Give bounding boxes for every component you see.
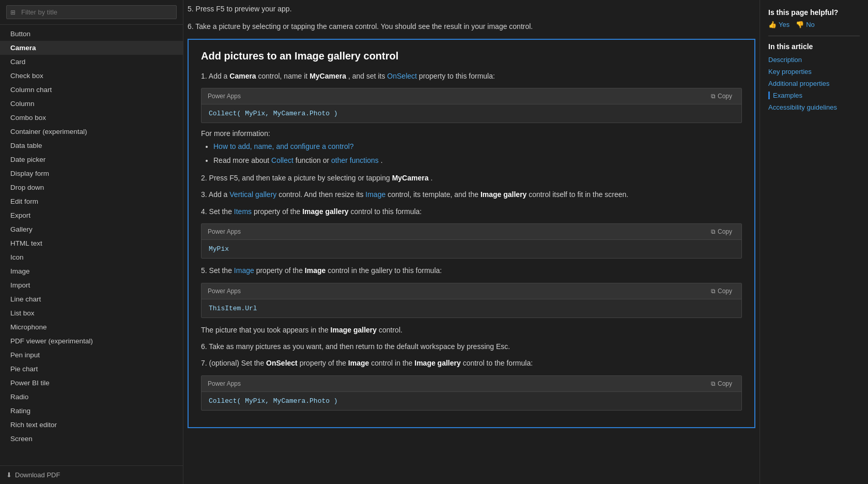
collect-link[interactable]: Collect	[271, 156, 293, 164]
sidebar-item-card[interactable]: Card	[0, 55, 183, 69]
thumbs-up-icon: 👍	[768, 21, 777, 28]
copy-button-4[interactable]: ⧉ Copy	[708, 379, 735, 388]
sidebar-item-radio[interactable]: Radio	[0, 390, 183, 404]
sidebar-item-line-chart[interactable]: Line chart	[0, 292, 183, 306]
sidebar-item-power-bi-tile[interactable]: Power BI tile	[0, 376, 183, 390]
sidebar-item-pen-input[interactable]: Pen input	[0, 348, 183, 362]
sidebar-item-html-text[interactable]: HTML text	[0, 236, 183, 250]
intro-text: 5. Press F5 to preview your app.	[188, 3, 755, 14]
code-block-3: Power Apps ⧉ Copy ThisItem.Url	[201, 283, 742, 318]
content-area: 5. Press F5 to preview your app. 6. Take…	[183, 0, 760, 484]
toc-item-additional-properties[interactable]: Additional properties	[768, 80, 860, 87]
items-link[interactable]: Items	[234, 207, 252, 216]
other-functions-link[interactable]: other functions	[331, 156, 379, 164]
image-bold-7: Image	[348, 359, 369, 367]
onselect-link[interactable]: OnSelect	[387, 72, 417, 80]
sidebar-item-screen[interactable]: Screen	[0, 432, 183, 446]
step6-top-text: 6. Take a picture by selecting or tappin…	[188, 21, 755, 32]
vertical-gallery-link[interactable]: Vertical gallery	[229, 190, 276, 199]
sidebar-item-pie-chart[interactable]: Pie chart	[0, 362, 183, 376]
step4-text: 4. Set the Items property of the Image g…	[201, 206, 742, 217]
download-pdf-button[interactable]: ⬇ Download PDF	[0, 465, 183, 484]
sidebar-item-drop-down[interactable]: Drop down	[0, 180, 183, 194]
sidebar-item-gallery[interactable]: Gallery	[0, 222, 183, 236]
copy-button-1[interactable]: ⧉ Copy	[708, 92, 735, 101]
sidebar-item-export[interactable]: Export	[0, 208, 183, 222]
sidebar-item-display-form[interactable]: Display form	[0, 167, 183, 180]
image-link-3[interactable]: Image	[365, 190, 385, 199]
sidebar-item-pdf-viewer-experimental[interactable]: PDF viewer (experimental)	[0, 334, 183, 348]
code-label-2: Power Apps	[208, 228, 241, 235]
toc-item-key-properties[interactable]: Key properties	[768, 68, 860, 75]
sidebar-item-rich-text-editor[interactable]: Rich text editor	[0, 418, 183, 432]
article-title: Add pictures to an Image gallery control	[201, 50, 742, 62]
sidebar-item-icon[interactable]: Icon	[0, 250, 183, 264]
code-content-3: ThisItem.Url	[202, 299, 741, 317]
main-content: 5. Press F5 to preview your app. 6. Take…	[183, 0, 868, 484]
filter-bar: ⊞	[0, 0, 183, 25]
sidebar-item-edit-form[interactable]: Edit form	[0, 194, 183, 208]
code-header-3: Power Apps ⧉ Copy	[202, 283, 741, 299]
mycamera-bold: MyCamera	[309, 72, 346, 80]
image-link-5[interactable]: Image	[234, 266, 254, 275]
helpful-title: Is this page helpful?	[768, 8, 860, 17]
step6b-text: 6. Take as many pictures as you want, an…	[201, 341, 742, 352]
sidebar-item-rating[interactable]: Rating	[0, 404, 183, 418]
image-gallery-bold-7: Image gallery	[414, 359, 461, 367]
sidebar-item-column-chart[interactable]: Column chart	[0, 83, 183, 97]
download-label: Download PDF	[15, 471, 60, 479]
sidebar-item-container-experimental[interactable]: Container (experimental)	[0, 125, 183, 139]
yes-button[interactable]: 👍 Yes	[768, 21, 789, 28]
for-more-text: For more information:	[201, 129, 742, 138]
copy-icon-4: ⧉	[711, 380, 716, 387]
article-section: Add pictures to an Image gallery control…	[188, 39, 755, 428]
code-block-2: Power Apps ⧉ Copy MyPix	[201, 223, 742, 259]
bullet-link-1[interactable]: How to add, name, and configure a contro…	[213, 142, 354, 150]
copy-icon-2: ⧉	[711, 228, 716, 235]
code-block-4: Power Apps ⧉ Copy Collect( MyPix, MyCame…	[201, 375, 742, 411]
divider	[768, 36, 860, 36]
sidebar-item-column[interactable]: Column	[0, 97, 183, 111]
filter-icon: ⊞	[10, 9, 16, 16]
code-label-4: Power Apps	[208, 380, 241, 387]
code-block-1: Power Apps ⧉ Copy Collect( MyPix, MyCame…	[201, 88, 742, 123]
code-label-1: Power Apps	[208, 93, 241, 100]
table-of-contents: DescriptionKey propertiesAdditional prop…	[768, 56, 860, 111]
step3-text: 3. Add a Vertical gallery control. And t…	[201, 189, 742, 200]
sidebar-item-camera[interactable]: Camera	[0, 41, 183, 55]
mycamera-bold-2: MyCamera	[392, 174, 429, 182]
code-content-2: MyPix	[202, 240, 741, 258]
code-header-4: Power Apps ⧉ Copy	[202, 376, 741, 392]
copy-icon-1: ⧉	[711, 93, 716, 100]
sidebar-item-image[interactable]: Image	[0, 264, 183, 278]
sidebar-item-list-box[interactable]: List box	[0, 306, 183, 320]
sidebar-item-button[interactable]: Button	[0, 27, 183, 41]
copy-button-3[interactable]: ⧉ Copy	[708, 286, 735, 296]
sidebar-item-combo-box[interactable]: Combo box	[0, 111, 183, 125]
bullet-item-1: How to add, name, and configure a contro…	[213, 141, 742, 152]
step2-text: 2. Press F5, and then take a picture by …	[201, 172, 742, 184]
sidebar-item-date-picker[interactable]: Date picker	[0, 153, 183, 167]
code-label-3: Power Apps	[208, 288, 241, 295]
in-article-title: In this article	[768, 42, 860, 51]
copy-button-2[interactable]: ⧉ Copy	[708, 227, 735, 236]
code-header-2: Power Apps ⧉ Copy	[202, 224, 741, 240]
sidebar-item-microphone[interactable]: Microphone	[0, 320, 183, 334]
toc-item-description[interactable]: Description	[768, 56, 860, 64]
thumbs-down-icon: 👎	[796, 21, 804, 28]
sidebar-item-check-box[interactable]: Check box	[0, 69, 183, 83]
code-header-1: Power Apps ⧉ Copy	[202, 88, 741, 104]
sidebar-item-import[interactable]: Import	[0, 278, 183, 292]
copy-icon-3: ⧉	[711, 288, 716, 295]
filter-input[interactable]	[6, 5, 177, 19]
toc-item-accessibility-guidelines[interactable]: Accessibility guidelines	[768, 103, 860, 111]
image-gallery-bold-3: Image gallery	[481, 190, 527, 199]
no-button[interactable]: 👎 No	[796, 21, 815, 28]
helpful-buttons: 👍 Yes 👎 No	[768, 21, 860, 28]
image-gallery-bold-4: Image gallery	[302, 207, 349, 216]
toc-item-examples[interactable]: Examples	[768, 92, 860, 99]
camera-bold: Camera	[229, 72, 256, 80]
step5-text: 5. Set the Image property of the Image c…	[201, 265, 742, 276]
sidebar-item-data-table[interactable]: Data table	[0, 139, 183, 153]
bullet-item-2: Read more about Collect function or othe…	[213, 155, 742, 166]
